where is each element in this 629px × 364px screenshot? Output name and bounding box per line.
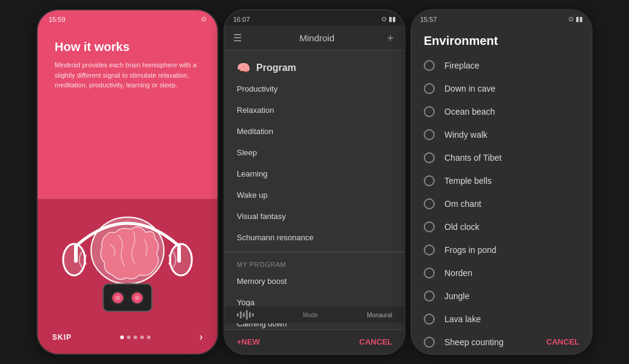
how-it-works-desc: Mindroid provides each brain hemisphere …: [55, 60, 200, 90]
radio-temple[interactable]: [424, 175, 435, 186]
program-label: Program: [256, 62, 296, 73]
env-label-chants: Chants of Tibet: [444, 153, 501, 163]
env-label-norden: Norden: [444, 268, 472, 278]
radio-cave[interactable]: [424, 83, 435, 94]
env-label-jungle: Jungle: [444, 291, 469, 301]
radio-norden[interactable]: [424, 268, 435, 278]
env-item-frogs[interactable]: Frogs in pond: [412, 238, 591, 261]
bottom-mode-bar: Mode Monaural: [225, 306, 404, 323]
skip-button[interactable]: SKIP: [52, 333, 72, 342]
phone1-content: How it works Mindroid provides each brai…: [38, 25, 217, 90]
env-label-fireplace: Fireplace: [444, 61, 480, 70]
radio-ocean[interactable]: [424, 106, 435, 117]
status-icons-1: ⊙: [201, 15, 206, 23]
status-time-2: 16:07: [233, 16, 250, 23]
phone-1: 15:59 ⊙ How it works Mindroid provides e…: [36, 9, 219, 355]
menu-item-schumann[interactable]: Schumann resonance: [225, 227, 404, 248]
menu-item-productivity[interactable]: Productivity: [225, 78, 404, 99]
program-section: 🧠 Program Productivity Relaxation Medita…: [225, 50, 404, 339]
menu-item-visual[interactable]: Visual fantasy: [225, 206, 404, 227]
status-time-1: 15:59: [49, 16, 66, 23]
env-label-sheep: Sheep counting: [444, 337, 503, 347]
radio-om[interactable]: [424, 198, 435, 209]
env-label-lava: Lava lake: [444, 314, 481, 324]
env-item-fireplace[interactable]: Fireplace: [412, 54, 591, 77]
mode-label: Mode: [303, 312, 318, 318]
env-item-jungle[interactable]: Jungle: [412, 285, 591, 308]
pagination-dots: [120, 335, 151, 339]
dot-5: [147, 335, 151, 339]
next-arrow[interactable]: ›: [199, 331, 203, 343]
svg-rect-5: [103, 284, 152, 311]
env-label-ocean: Ocean beach: [444, 107, 495, 116]
env-label-clock: Old clock: [444, 222, 480, 232]
environment-header: Environment: [412, 25, 591, 54]
svg-point-8: [115, 295, 120, 300]
phone3-cancel-button[interactable]: CANCEL: [546, 330, 579, 354]
program-icon: 🧠: [237, 61, 250, 75]
phone-3: 15:57 ⊙ ▮▮ Environment Fireplace Down in…: [410, 9, 593, 355]
new-button[interactable]: +NEW: [237, 337, 260, 346]
dot-4: [140, 335, 144, 339]
env-item-norden[interactable]: Norden: [412, 261, 591, 285]
radio-jungle[interactable]: [424, 291, 435, 302]
my-program-label: My program: [225, 256, 404, 271]
how-it-works-title: How it works: [55, 40, 200, 54]
status-bar-1: 15:59 ⊙: [38, 10, 217, 25]
env-label-frogs: Frogs in pond: [444, 245, 497, 255]
radio-frogs[interactable]: [424, 244, 435, 255]
waveform: [237, 309, 254, 321]
radio-windy[interactable]: [424, 129, 435, 140]
radio-clock[interactable]: [424, 221, 435, 232]
status-time-3: 15:57: [420, 16, 437, 23]
status-icons-2: ⊙ ▮▮: [381, 15, 396, 23]
brain-illustration: [61, 184, 194, 317]
status-bar-3: 15:57 ⊙ ▮▮: [412, 10, 591, 25]
env-label-cave: Down in cave: [444, 84, 495, 93]
menu-item-wakeup[interactable]: Wake up: [225, 184, 404, 206]
env-item-temple[interactable]: Temple bells: [412, 169, 591, 192]
dot-3: [134, 335, 137, 339]
menu-item-relaxation[interactable]: Relaxation: [225, 99, 404, 121]
env-item-lava[interactable]: Lava lake: [412, 308, 591, 331]
env-label-windy: Windy walk: [444, 130, 488, 140]
radio-chants[interactable]: [424, 152, 435, 163]
env-item-cave[interactable]: Down in cave: [412, 77, 591, 100]
status-bar-2: 16:07 ⊙ ▮▮: [225, 10, 404, 25]
radio-lava[interactable]: [424, 314, 435, 325]
env-item-clock[interactable]: Old clock: [412, 215, 591, 238]
menu-item-meditation[interactable]: Meditation: [225, 121, 404, 142]
env-item-windy[interactable]: Windy walk: [412, 123, 591, 146]
env-label-om: Om chant: [444, 199, 481, 209]
radio-sheep[interactable]: [424, 337, 435, 348]
menu-item-sleep[interactable]: Sleep: [225, 142, 404, 163]
menu-item-learning[interactable]: Learning: [225, 163, 404, 184]
svg-rect-3: [177, 244, 181, 263]
divider-1: [225, 252, 404, 252]
env-item-chants[interactable]: Chants of Tibet: [412, 146, 591, 169]
add-icon[interactable]: ＋: [385, 30, 396, 45]
radio-fireplace[interactable]: [424, 60, 435, 71]
status-icons-3: ⊙ ▮▮: [568, 15, 583, 23]
mode-value: Monaural: [367, 312, 392, 318]
dot-1: [120, 335, 124, 339]
dot-2: [127, 335, 131, 339]
svg-rect-1: [74, 244, 78, 263]
phone2-toolbar: ☰ Mindroid ＋: [225, 25, 404, 50]
environment-list: Fireplace Down in cave Ocean beach Windy…: [412, 54, 591, 351]
env-item-om[interactable]: Om chant: [412, 192, 591, 215]
phone-2: 16:07 ⊙ ▮▮ ☰ Mindroid ＋ 🧠 Program Produc…: [223, 9, 406, 355]
svg-point-9: [135, 295, 140, 300]
env-item-ocean[interactable]: Ocean beach: [412, 100, 591, 123]
phone1-bottom-nav: SKIP ›: [38, 320, 217, 354]
phone2-bottom-actions: +NEW CANCEL: [225, 329, 404, 354]
app-title: Mindroid: [249, 33, 385, 43]
cancel-button[interactable]: CANCEL: [359, 337, 392, 346]
menu-item-memory[interactable]: Memory boost: [225, 271, 404, 292]
menu-icon[interactable]: ☰: [233, 32, 242, 44]
env-label-temple: Temple bells: [444, 176, 492, 186]
